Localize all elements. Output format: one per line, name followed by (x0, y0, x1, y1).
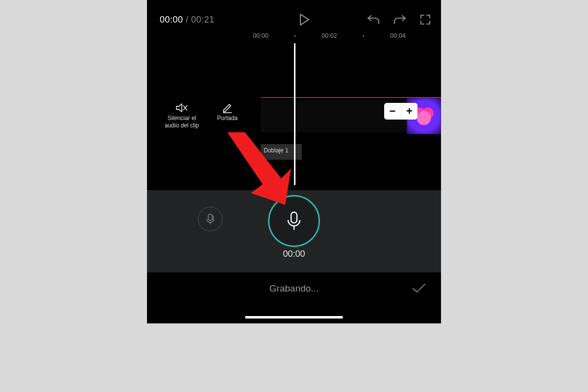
play-button[interactable] (299, 13, 310, 26)
redo-button[interactable] (393, 14, 407, 25)
total-time: 00:21 (191, 15, 215, 24)
timeline-ruler: 00:00 00:02 00:04 (147, 31, 441, 43)
ruler-tick (294, 35, 296, 37)
home-indicator[interactable] (245, 316, 343, 318)
undo-button[interactable] (367, 14, 380, 25)
pencil-icon (210, 101, 245, 115)
playback-time: 00:00 / 00:21 (160, 15, 215, 25)
video-editor-screen: 00:00 / 00:21 00:00 00:02 (147, 0, 441, 323)
mute-clip-label: Silenciar el audio del clip (160, 115, 204, 129)
timeline-zoom: − + (384, 103, 417, 120)
ruler-mark: 00:02 (321, 32, 337, 39)
undo-icon (367, 14, 380, 25)
timeline[interactable]: − + Doblaje 1 Silenciar el audio del cli… (147, 43, 441, 190)
ruler-mark: 00:04 (390, 32, 405, 39)
fullscreen-button[interactable] (419, 14, 431, 25)
microphone-icon (286, 211, 302, 231)
voice-effect-button[interactable] (198, 207, 222, 231)
redo-icon (393, 14, 407, 25)
zoom-out-button[interactable]: − (384, 103, 401, 120)
zoom-in-button[interactable]: + (401, 103, 417, 120)
svg-rect-3 (208, 214, 212, 220)
ruler-tick (363, 35, 365, 37)
record-panel: 00:00 Grabando... (147, 190, 441, 323)
record-status-bar: Grabando... (147, 272, 441, 323)
time-separator: / (183, 15, 192, 24)
play-icon (299, 13, 310, 26)
checkmark-icon (412, 282, 426, 294)
fullscreen-icon (419, 14, 431, 25)
current-time: 00:00 (160, 15, 183, 24)
cover-button[interactable]: Portada (210, 101, 245, 122)
svg-rect-5 (291, 212, 297, 223)
voiceover-clip-label: Doblaje 1 (264, 147, 289, 154)
record-button[interactable] (268, 195, 320, 247)
cover-label: Portada (210, 115, 245, 122)
mute-clip-button[interactable]: Silenciar el audio del clip (160, 101, 204, 129)
voice-effect-icon (204, 213, 217, 225)
confirm-button[interactable] (412, 282, 426, 296)
speaker-mute-icon (160, 101, 204, 115)
voiceover-clip[interactable]: Doblaje 1 (261, 144, 302, 160)
record-elapsed-time: 00:00 (283, 249, 305, 259)
player-controls (299, 13, 431, 26)
playhead[interactable] (294, 43, 295, 185)
player-top-bar: 00:00 / 00:21 (147, 10, 441, 29)
record-status-label: Grabando... (270, 283, 318, 294)
ruler-mark: 00:00 (253, 32, 268, 39)
